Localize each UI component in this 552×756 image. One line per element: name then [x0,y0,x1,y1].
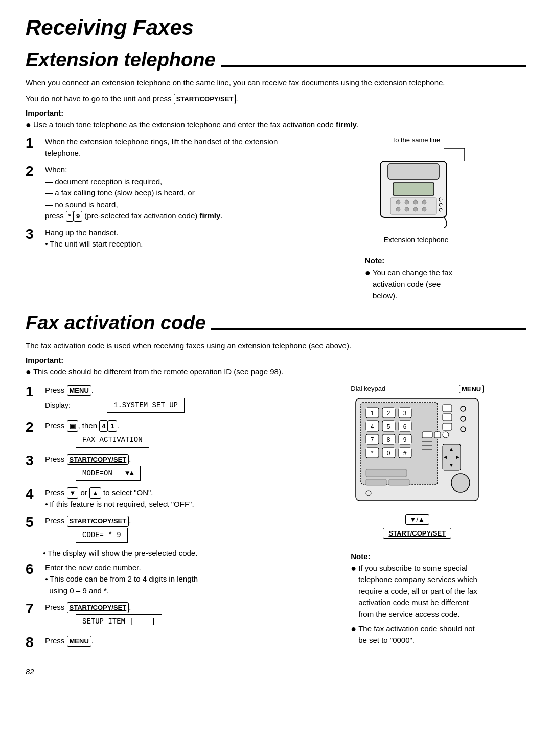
svg-point-8 [413,200,418,204]
ext-right-col: To the same line [306,136,526,304]
ext-left-col: 1 When the extension telephone rings, li… [26,136,295,304]
svg-point-13 [422,207,426,211]
ext-step-3: 3 Hang up the handset. ⦁ The unit will s… [26,227,295,250]
ext-step-1-content: When the extension telephone rings, lift… [45,136,295,159]
fax-note-label: Note: [351,552,484,561]
svg-text:▲: ▲ [449,446,454,452]
display-system-set-up: 1.SYSTEM SET UP [107,398,185,413]
ext-intro1: When you connect an extension telephone … [26,77,526,89]
ext-note-text: ● You can change the fax activation code… [365,267,467,302]
keypad-bottom-buttons: ▼/▲ [351,514,484,525]
svg-text:5: 5 [387,423,390,430]
display-fax-activation: FAX ACTIVATION [76,433,149,448]
svg-text:8: 8 [387,436,390,443]
svg-point-11 [405,207,409,211]
fax-step-3: 3 Press START/COPY/SET. MODE=ON ▼▲ [26,454,293,482]
fax-step-5-note: ⦁ The display will show the pre-selected… [43,549,293,558]
svg-point-10 [396,207,400,211]
section-title-wrapper-ext: Extension telephone [26,49,526,71]
section-title-line [221,65,526,67]
fax-steps-right: Dial keypad MENU 1 2 3 4 [308,385,527,655]
display-code: CODE= * 9 [76,528,128,543]
svg-text:6: 6 [403,423,407,430]
svg-rect-60 [366,469,407,477]
svg-text:4: 4 [371,423,374,430]
svg-point-63 [451,474,470,492]
svg-rect-4 [393,183,434,195]
fax-step-1: 1 Press MENU. Display: 1.SYSTEM SET UP [26,385,293,415]
hash-kbd: ▣ [67,420,78,432]
svg-point-6 [396,200,400,204]
ext-important-bullet: ● Use a touch tone telephone as the exte… [26,119,526,131]
svg-rect-43 [443,405,452,412]
svg-rect-62 [389,479,409,485]
start-copy-set-kbd-intro: START/COPY/SET [174,94,236,105]
dial-keypad-label: Dial keypad [351,385,385,393]
four-kbd: 4 [99,420,108,432]
svg-point-12 [413,207,418,211]
svg-text:►: ► [455,454,461,460]
fax-intro: The fax activation code is used when rec… [26,340,526,352]
fax-step-7: 7 Press START/COPY/SET. SETUP ITEM [ ] [26,602,293,630]
keypad-label-row: Dial keypad MENU [351,385,484,393]
fax-note-1: ● If you subscribe to some special telep… [351,563,484,620]
up-kbd: ▲ [89,487,101,499]
keypad-svg: 1 2 3 4 5 6 7 8 9 * [351,393,484,511]
fax-activation-section: Fax activation code The fax activation c… [26,312,526,655]
ext-step-1: 1 When the extension telephone rings, li… [26,136,295,159]
ext-note-label: Note: [365,256,467,265]
extension-section: Extension telephone When you connect an … [26,49,526,304]
svg-text:1: 1 [371,410,374,417]
fax-note-section: Note: ● If you subscribe to some special… [351,547,484,649]
ext-step-2: 2 When: — document reception is required… [26,164,295,222]
svg-point-7 [405,200,409,204]
ext-step-2-content: When: — document reception is required, … [45,164,222,222]
page-number: 82 [26,667,526,676]
menu-label: MENU [459,385,484,393]
step1-display-row: Display: 1.SYSTEM SET UP [45,397,185,414]
svg-rect-61 [366,479,386,485]
display-mode-on: MODE=ON ▼▲ [76,466,141,481]
svg-rect-3 [388,164,439,179]
menu-kbd-8: MENU [67,636,91,647]
ext-important-label: Important: [26,108,526,117]
fax-note-2: ● The fax activation code should not be … [351,623,484,646]
ext-intro2-text: You do not have to go to the unit and pr… [26,94,172,103]
section-title-extension: Extension telephone [26,49,216,71]
ext-note-block: Note: ● You can change the fax activatio… [365,251,467,304]
fax-step-4: 4 Press ▼ or ▲ to select "ON". ⦁ If this… [26,487,293,510]
ext-step-3-content: Hang up the handset. ⦁ The unit will sta… [45,227,143,250]
svg-rect-49 [422,432,432,438]
nine-key: 9 [74,211,82,222]
display-setup-item: SETUP ITEM [ ] [76,614,162,629]
fax-step-5: 5 Press START/COPY/SET. CODE= * 9 [26,515,293,544]
svg-point-9 [422,200,426,204]
phone-diagram-svg [365,146,467,233]
svg-rect-50 [434,432,441,438]
svg-rect-44 [443,414,452,421]
one-kbd: 1 [108,420,117,432]
start-copy-set-kbd-5: START/COPY/SET [67,516,129,527]
svg-text:7: 7 [371,436,374,443]
menu-kbd-1: MENU [67,385,91,396]
svg-text:#: # [403,450,407,457]
svg-text:◄: ◄ [443,454,448,460]
ext-intro2: You do not have to go to the unit and pr… [26,93,526,105]
star-key: * [66,211,74,222]
fax-step-6: 6 Enter the new code number. ⦁ This code… [26,562,293,597]
svg-text:2: 2 [387,410,390,417]
svg-rect-51 [443,432,449,438]
fax-steps-left: 1 Press MENU. Display: 1.SYSTEM SET UP 2… [26,385,293,655]
svg-text:0: 0 [387,450,390,457]
fax-important-bullet: ● This code should be different from the… [26,366,526,378]
section-title-wrapper-fax: Fax activation code [26,312,526,334]
fax-important-label: Important: [26,355,526,364]
page-title: Receiving Faxes [26,15,526,40]
start-copy-set-kbd-7: START/COPY/SET [67,602,129,613]
svg-text:*: * [371,450,374,457]
fax-step-8: 8 Press MENU. [26,635,293,650]
to-same-line: To the same line [392,136,441,144]
ext-phone-caption: Extension telephone [384,236,449,244]
start-copy-set-btn-diagram: START/COPY/SET [383,528,451,539]
start-copy-set-kbd-3: START/COPY/SET [67,454,129,465]
